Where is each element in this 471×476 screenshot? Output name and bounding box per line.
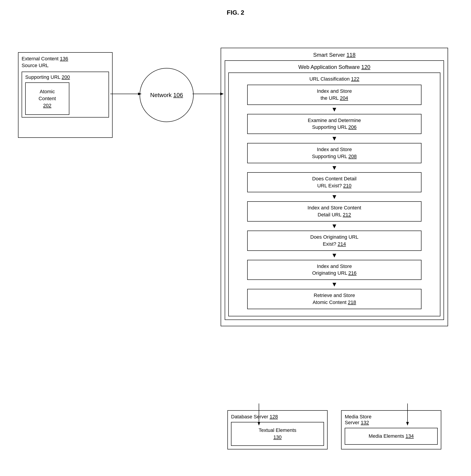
arrow-network-to-server — [192, 89, 225, 98]
atomic-content-text: AtomicContent202 — [29, 88, 66, 109]
flow-step-3: Index and StoreSupporting URL 208 — [232, 143, 437, 163]
db-server-title: Database Server 128 — [231, 414, 324, 420]
supporting-url-title: Supporting URL 200 — [25, 74, 105, 80]
flow-step-6: Does Originating URLExist? 214 — [232, 231, 437, 251]
flow-step-2: Examine and DetermineSupporting URL206 — [232, 114, 437, 134]
media-inner-box: Media Elements 134 — [345, 428, 437, 445]
url-class-title: URL Classification 122 — [232, 76, 437, 82]
ext-content-title: External Content 136 — [22, 56, 109, 62]
database-server-box: Database Server 128 Textual Elements130 — [227, 410, 327, 449]
url-class-box: URL Classification 122 Index and Storeth… — [228, 72, 440, 316]
flow-step-4: Does Content DetailURL Exist? 210 — [232, 172, 437, 192]
web-app-box: Web Application Software 120 URL Classif… — [225, 60, 444, 320]
page-title: FIG. 2 — [0, 0, 471, 16]
web-app-title: Web Application Software 120 — [228, 64, 440, 70]
arrow-ext-to-network — [110, 89, 143, 98]
flow-step-5: Index and Store ContentDetail URL 212 — [232, 201, 437, 221]
smart-server-box: Smart Server 118 Web Application Softwar… — [221, 48, 448, 326]
media-server-title: Media StoreServer 132 — [345, 414, 437, 425]
flow-step-1: Index and Storethe URL 204 — [232, 85, 437, 105]
flow-step-8: Retrieve and StoreAtomic Content 218 — [232, 289, 437, 309]
db-inner-box: Textual Elements130 — [231, 422, 324, 446]
smart-server-title: Smart Server 118 — [225, 52, 444, 58]
supporting-url-box: Supporting URL 200 AtomicContent202 — [22, 72, 109, 118]
atomic-content-box: AtomicContent202 — [25, 82, 69, 115]
network-circle: Network 106 — [140, 68, 194, 122]
bottom-boxes: Database Server 128 Textual Elements130 … — [221, 410, 448, 449]
flow-step-7: Index and StoreOriginating URL216 — [232, 260, 437, 280]
ext-content-subtitle: Source URL — [22, 63, 109, 68]
media-store-server-box: Media StoreServer 132 Media Elements 134 — [341, 410, 441, 449]
external-content-box: External Content 136 Source URL Supporti… — [18, 52, 113, 138]
diagram-container: External Content 136 Source URL Supporti… — [0, 23, 471, 476]
